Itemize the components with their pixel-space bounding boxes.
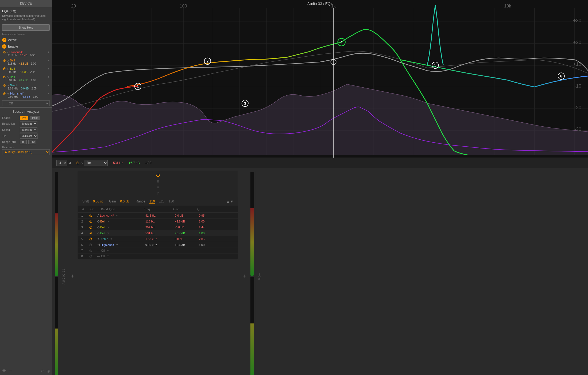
band-2-q: 1.00 [31,62,36,65]
table-row-3[interactable]: 3 ⏻ ◇ Bell▼ 209 Hz -5.8 dB 2.44 [78,224,238,230]
band-row-4[interactable]: ⏻ ◇ Bell ▼ 531 Hz +6.7 dB 1.00 [0,75,52,83]
band-6-arrow[interactable]: ▼ [47,92,50,95]
table-row-2[interactable]: 2 ⏻ ◇ Bell▼ 118 Hz +2.8 dB 1.00 [78,218,238,224]
enable-label: Enable [8,45,18,48]
eq-display[interactable]: ⏻ Audio 33 / EQ+ ⛶ ✕ [52,0,588,158]
row-4-mute[interactable]: ◀ [89,231,97,235]
band-1-arrow[interactable]: ▼ [47,51,50,53]
tilt-select[interactable]: 3 dB/oct 0 dB/oct [20,134,38,139]
sort-icon[interactable]: ▲▼ [226,199,234,204]
band-4-arrow[interactable]: ▼ [47,76,50,78]
band-2-arrow[interactable]: ▼ [47,59,50,62]
row-3-num: 3 [81,226,89,229]
enable-spectrum-row: Enable Pre Post [2,115,50,121]
eq-plus-panel: ⏻ ⊞ ⁞⁞ ⇄ Shift 0.00 st Gain 0.0 dB Range… [78,171,238,259]
row-1-q: 0.95 [199,214,215,217]
row-6-power[interactable]: ⏻ [89,243,97,247]
band-row-3[interactable]: ⏻ ◇ Bell ▼ 209 Hz -5.8 dB 2.44 [0,66,52,75]
active-checkbox[interactable]: ✓ [2,38,6,42]
eq-plus-dots-icon[interactable]: ⁞⁞ [157,185,159,189]
table-row-6[interactable]: 6 ⏻ ⊣ High-shelf▼ 9.50 kHz +6.6 dB 1.00 [78,242,238,248]
band-type-select[interactable]: Bell Low-cut High-cut Notch High-shelf L… [84,160,108,166]
row-3-freq: 209 Hz [145,226,175,229]
bottom-gain-value: +6.7 dB [129,161,140,165]
band-6-name: High-shelf [10,92,24,95]
band-3-freq: 209 Hz [8,71,16,73]
eq-plus-power-icon[interactable]: ⏻ [156,173,160,177]
mute-icon[interactable]: ◀ [68,161,71,165]
row-8-power[interactable]: ⏻ [89,255,97,258]
band-1-power[interactable]: ⏻ [3,51,6,54]
band-3-arrow[interactable]: ▼ [47,67,50,70]
band-1-freq: 41.5 Hz [8,54,17,57]
row-1-power[interactable]: ⏻ [89,214,97,217]
band-2-power[interactable]: ⏻ [3,59,6,62]
band-1-name: Low-cut 4° [9,50,23,54]
table-row-7[interactable]: 7 ⏻ — Off▼ [78,248,238,253]
bottom-freq-value: 531 Hz [113,161,123,165]
eq-visualization[interactable]: +30 +20 +10 -10 -20 -30 20 100 1k 10k [52,0,588,158]
row-5-power[interactable]: ⏻ [89,237,97,241]
range-opt2[interactable]: ±20 [159,200,164,203]
left-meter-area [55,171,58,375]
eye-icon[interactable]: 👁 [2,369,6,373]
row-2-power[interactable]: ⏻ [89,220,97,223]
range-opt3[interactable]: ±30 [169,200,174,203]
active-row[interactable]: ✓ Active [0,37,52,43]
row-6-freq: 9.50 kHz [145,243,175,247]
plugin-desc: Drawable equalizer, supporting up to eig… [0,14,52,23]
band-3-name: Bell [10,67,15,70]
show-help-button[interactable]: Show Help [2,24,50,31]
band-3-power[interactable]: ⏻ [3,67,6,70]
table-row-8[interactable]: 8 ⏻ — Off▼ [78,253,238,259]
row-4-type: ◇ Bell▼ [97,231,145,235]
add-track-button-right[interactable]: + [240,171,248,375]
row-3-power[interactable]: ⏻ [89,226,97,229]
band-number-select[interactable]: 4 1 2 3 5 6 [56,160,67,166]
band-row-1[interactable]: ⏻ ╱ Low-cut 4° ▼ 41.5 Hz 0.0 dB 0.95 [0,50,52,58]
range-opt1[interactable]: ±10 [149,200,155,204]
svg-text:5: 5 [434,63,436,67]
band-5-power[interactable]: ⏻ [3,84,6,87]
eq-header: Audio 33 / EQ+ [52,0,588,7]
add-track-button-left[interactable]: + [69,171,76,375]
eq-plus-label-area: EQ+ [256,171,263,375]
reference-select[interactable]: ▶ Rusty Rubber (PRE) [2,149,50,155]
table-row-1[interactable]: 1 ⏻ ╱ Low-cut 4°▼ 41.5 Hz 0.0 dB 0.95 [78,213,238,218]
sidebar-header: DEVICE [0,0,52,7]
band-2-gain: +2.8 dB [19,62,28,65]
row-8-num: 8 [81,255,89,258]
tilt-row: Tilt 3 dB/oct 0 dB/oct [2,133,50,139]
arrow-right-icon[interactable]: → [9,369,12,373]
band-row-6[interactable]: ⏻ ⊣ High-shelf ▼ 9.50 kHz +6.6 dB 1.00 [0,91,52,99]
band-bottom-power[interactable]: ⏻ [76,161,79,165]
resolution-row: Resolution Medium Low High [2,121,50,127]
band-6-power[interactable]: ⏻ [3,92,6,95]
row-4-q: 1.00 [199,232,215,235]
row-4-freq: 531 Hz [145,232,175,235]
row-7-power[interactable]: ⏻ [89,249,97,252]
band-row-5[interactable]: ⏻ ∿ Notch ▼ 1.68 kHz 0.0 dB 2.05 [0,83,52,91]
band-5-arrow[interactable]: ▼ [47,84,50,87]
post-button[interactable]: Post [30,116,40,120]
band-row-2[interactable]: ⏻ ◇ Bell ▼ 118 Hz +2.8 dB 1.00 [0,58,52,66]
enable-row[interactable]: ✓ Enable [0,43,52,50]
eq-plus-arrow-icon[interactable]: ⇄ [157,191,159,195]
row-2-gain: +2.8 dB [175,220,199,223]
arrow-circle-icon[interactable]: ⊙ [41,369,44,373]
target-icon[interactable]: ◎ [47,369,50,373]
svg-text:+30: +30 [573,18,581,23]
eq-plus-grid-icon[interactable]: ⊞ [157,179,159,183]
table-row-5[interactable]: 5 ⏻ ∿ Notch▼ 1.68 kHz 0.0 dB 2.05 [78,236,238,242]
pre-button[interactable]: Pre [20,116,28,120]
range-neg-button[interactable]: -90 [20,140,27,144]
band-7-select[interactable]: — Off [2,100,50,106]
speed-select[interactable]: Medium Low High [20,127,37,132]
range-pos-button[interactable]: +10 [28,140,36,144]
row-6-type: ⊣ High-shelf▼ [97,243,145,247]
table-row-4[interactable]: 4 ◀ ◇ Bell▼ 531 Hz +6.7 dB 1.00 [78,230,238,236]
resolution-select[interactable]: Medium Low High [20,121,37,126]
enable-checkbox[interactable]: ✓ [2,44,6,49]
band-4-power[interactable]: ⏻ [3,76,6,79]
right-level-meter [250,172,254,276]
